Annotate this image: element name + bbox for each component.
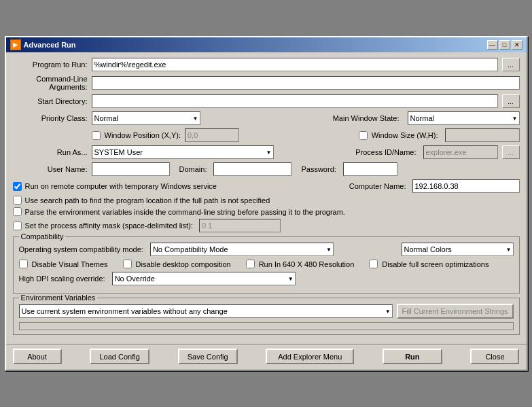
disable-desktop-checkbox[interactable] (123, 260, 132, 268)
load-config-button[interactable]: Load Config (90, 349, 149, 364)
affinity-row: Set the process affinity mask (space-del… (13, 219, 520, 232)
domain-label: Domain: (179, 165, 207, 173)
processid-browse-button[interactable]: ... (502, 145, 520, 159)
winsize-input[interactable] (445, 128, 520, 142)
winsize-checkbox[interactable] (359, 131, 368, 140)
bottom-buttons-bar: About Load Config Save Config Add Explor… (6, 344, 527, 370)
main-window: ▶ Advanced Run — □ ✕ Program to Run: ...… (5, 36, 528, 371)
about-button[interactable]: About (13, 349, 62, 364)
username-label: User Name: (13, 165, 88, 173)
content-area: Program to Run: ... Command-Line Argumen… (6, 52, 527, 344)
colors-select-wrapper: Normal Colors 256 Colors 16-bit (65536) … (402, 243, 514, 256)
env-variables-label: Environment Variables (19, 294, 98, 302)
startdir-browse-button[interactable]: ... (502, 94, 520, 108)
minimize-button[interactable]: — (487, 40, 498, 50)
run-remote-checkbox[interactable] (13, 182, 22, 191)
os-compat-select[interactable]: No Compatibility Mode Windows 95 Windows… (150, 243, 334, 256)
startdir-label: Start Directory: (13, 97, 88, 105)
program-row: Program to Run: ... (13, 58, 520, 71)
user-domain-pass-row: User Name: Domain: Password: (13, 162, 520, 176)
window-title: Advanced Run (24, 41, 76, 49)
title-bar: ▶ Advanced Run — □ ✕ (6, 37, 527, 52)
disable-desktop-label: Disable desktop composition (136, 260, 231, 268)
maximize-button[interactable]: □ (499, 40, 510, 50)
affinity-input[interactable] (199, 219, 281, 232)
env-variables-group: Environment Variables Use current system… (13, 298, 520, 335)
username-input[interactable] (92, 162, 170, 176)
dpi-select[interactable]: No Override Application System System (E… (112, 272, 296, 285)
processid-input[interactable] (423, 145, 498, 159)
password-label: Password: (301, 165, 336, 173)
run-640-label: Run In 640 X 480 Resolution (259, 260, 355, 268)
cmdargs-input[interactable] (92, 76, 520, 90)
mainwindow-select-wrapper: Normal Minimized Maximized Hidden (408, 111, 520, 125)
affinity-label: Set the process affinity mask (space-del… (25, 222, 193, 230)
compat-checks-row: Disable Visual Themes Disable desktop co… (19, 260, 514, 268)
domain-input[interactable] (213, 162, 291, 176)
os-compat-row: Operating system compatibility mode: No … (19, 243, 514, 256)
close-button[interactable]: ✕ (512, 40, 522, 50)
save-config-button[interactable]: Save Config (178, 349, 238, 364)
winpos-label: Window Position (X,Y): (105, 131, 181, 139)
winsize-label: Window Size (W,H): (372, 131, 438, 139)
runas-select-wrapper: SYSTEM User Current User Custom User (92, 145, 274, 159)
env-row: Use current system environment variables… (19, 304, 514, 319)
password-input[interactable] (343, 162, 397, 176)
program-input[interactable] (92, 58, 498, 71)
winpos-checkbox[interactable] (92, 131, 101, 140)
title-bar-left: ▶ Advanced Run (10, 39, 76, 50)
priority-select[interactable]: Normal Idle High Realtime Below Normal A… (92, 111, 200, 125)
env-select-wrapper: Use current system environment variables… (19, 304, 393, 318)
os-compat-label: Operating system compatibility mode: (19, 245, 143, 253)
cmdargs-label: Command-Line Arguments: (13, 75, 88, 91)
computername-label: Computer Name: (349, 182, 406, 190)
priority-mainwindow-row: Priority Class: Normal Idle High Realtim… (13, 111, 520, 125)
parse-env-checkbox[interactable] (13, 207, 22, 216)
add-explorer-button[interactable]: Add Explorer Menu (266, 349, 354, 364)
compatibility-group-label: Compatibility (19, 232, 66, 241)
fill-env-button[interactable]: Fill Current Environment Strings (397, 304, 514, 319)
runas-processid-row: Run As... SYSTEM User Current User Custo… (13, 145, 520, 159)
computername-input[interactable] (412, 179, 520, 193)
disable-themes-checkbox[interactable] (19, 260, 28, 268)
runas-select[interactable]: SYSTEM User Current User Custom User (92, 145, 274, 159)
cmdargs-row: Command-Line Arguments: (13, 75, 520, 91)
affinity-checkbox[interactable] (13, 222, 22, 230)
search-path-label: Use search path to find the program loca… (25, 196, 270, 205)
startdir-row: Start Directory: ... (13, 94, 520, 108)
compatibility-group: Compatibility Operating system compatibi… (13, 236, 520, 294)
parse-env-label: Parse the environment variables inside t… (25, 208, 345, 216)
searchpath-row: Use search path to find the program loca… (13, 196, 520, 205)
dpi-row: High DPI scaling override: No Override A… (19, 272, 514, 285)
env-select[interactable]: Use current system environment variables… (19, 304, 393, 318)
disable-fullscreen-label: Disable full screen optimizations (382, 260, 489, 268)
disable-fullscreen-checkbox[interactable] (369, 260, 378, 268)
program-browse-button[interactable]: ... (502, 58, 520, 71)
priority-label: Priority Class: (13, 114, 88, 122)
winpos-winsize-row: Window Position (X,Y): Window Size (W,H)… (13, 128, 520, 142)
disable-themes-label: Disable Visual Themes (32, 260, 108, 268)
title-buttons: — □ ✕ (487, 40, 522, 50)
processid-label: Process ID/Name: (355, 148, 416, 156)
run-remote-label: Run on remote computer with temporary Wi… (25, 182, 217, 190)
env-scrollbar[interactable] (19, 322, 514, 330)
mainwindow-label: Main Window State: (333, 114, 400, 122)
os-compat-select-wrapper: No Compatibility Mode Windows 95 Windows… (150, 243, 334, 256)
dpi-select-wrapper: No Override Application System System (E… (112, 272, 296, 285)
runas-label: Run As... (13, 148, 88, 156)
winpos-input[interactable] (185, 128, 239, 142)
startdir-input[interactable] (92, 94, 498, 108)
program-label: Program to Run: (13, 60, 88, 69)
app-icon: ▶ (10, 39, 21, 50)
mainwindow-select[interactable]: Normal Minimized Maximized Hidden (408, 111, 520, 125)
priority-select-wrapper: Normal Idle High Realtime Below Normal A… (92, 111, 200, 125)
close-button-bottom[interactable]: Close (470, 349, 519, 364)
search-path-checkbox[interactable] (13, 196, 22, 205)
dpi-label: High DPI scaling override: (19, 275, 105, 283)
run-640-checkbox[interactable] (246, 260, 255, 268)
remote-computername-row: Run on remote computer with temporary Wi… (13, 179, 520, 193)
colors-select[interactable]: Normal Colors 256 Colors 16-bit (65536) … (402, 243, 514, 256)
run-button[interactable]: Run (383, 349, 442, 364)
parseenv-row: Parse the environment variables inside t… (13, 207, 520, 216)
